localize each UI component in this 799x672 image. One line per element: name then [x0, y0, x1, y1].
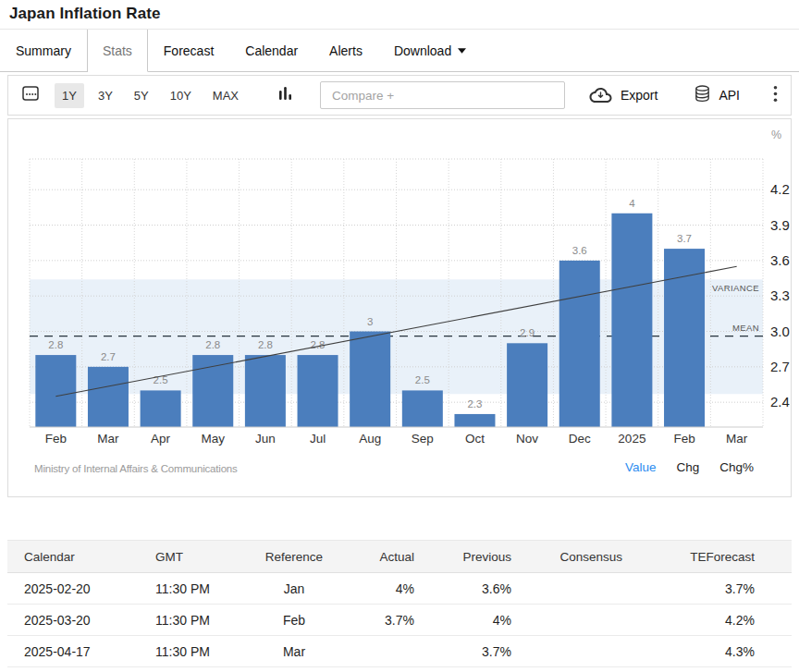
y-axis-label: 4.2	[770, 181, 790, 197]
table-cell	[340, 636, 424, 667]
x-axis-label: Mar	[97, 432, 119, 446]
bar-value-label: 2.7	[101, 351, 116, 362]
tab-alerts[interactable]: Alerts	[313, 30, 378, 71]
chart-bar-mar[interactable]	[88, 367, 129, 427]
x-axis-label: Aug	[359, 432, 381, 446]
tab-forecast[interactable]: Forecast	[148, 30, 229, 71]
chart-bar-jul[interactable]	[298, 355, 338, 427]
table-cell: 3.7%	[424, 636, 521, 667]
tab-calendar[interactable]: Calendar	[229, 30, 313, 71]
series-link-chgpct[interactable]: Chg%	[719, 460, 754, 474]
chevron-down-icon	[458, 48, 466, 54]
tab-stats[interactable]: Stats	[88, 30, 148, 72]
bar-chart-icon	[278, 85, 292, 105]
bar-value-label: 2.5	[415, 374, 430, 385]
api-button[interactable]: API	[695, 85, 740, 105]
chart-bar-oct[interactable]	[454, 414, 495, 427]
bar-value-label: 2.8	[48, 339, 63, 350]
mean-label: MEAN	[732, 323, 759, 333]
table-cell: 3.6%	[424, 573, 521, 605]
chart-bar-feb[interactable]	[664, 249, 705, 427]
chart-bar-sep[interactable]	[402, 390, 443, 427]
chart-bar-nov[interactable]	[507, 343, 547, 427]
tab-download[interactable]: Download	[378, 30, 482, 71]
table-cell	[521, 573, 632, 605]
bar-value-label: 2.8	[205, 339, 220, 350]
table-cell: 4.3%	[632, 636, 792, 667]
series-link-chg[interactable]: Chg	[676, 460, 699, 474]
table-cell: 3.7%	[340, 605, 424, 636]
column-header-teforecast: TEForecast	[632, 541, 792, 573]
export-button[interactable]: Export	[589, 86, 658, 105]
tab-label: Forecast	[164, 43, 214, 58]
date-range-button[interactable]	[21, 84, 40, 106]
table-cell: 11:30 PM	[146, 636, 248, 667]
bar-value-label: 4	[629, 198, 635, 209]
range-button-10y[interactable]: 10Y	[163, 83, 199, 108]
chart-source: Ministry of Internal Affairs & Communica…	[34, 463, 238, 474]
page-title: Japan Inflation Rate	[9, 5, 790, 23]
x-axis-label: Dec	[569, 432, 591, 446]
table-row: 2025-04-1711:30 PMMar3.7%4.3%	[7, 636, 792, 667]
chart-bar-jun[interactable]	[245, 355, 286, 427]
tab-label: Calendar	[245, 43, 298, 58]
table-row: 2025-03-2011:30 PMFeb3.7%4%4.2%	[7, 605, 792, 636]
page-header: Japan Inflation Rate	[0, 0, 799, 30]
column-header-consensus: Consensus	[521, 541, 632, 573]
y-axis-label: 3.0	[770, 324, 790, 339]
table-row: 2025-02-2011:30 PMJan4%3.6%3.7%	[7, 573, 792, 605]
chart-type-button[interactable]	[278, 85, 292, 105]
range-button-5y[interactable]: 5Y	[127, 83, 156, 108]
table-cell: 2025-03-20	[7, 605, 146, 636]
table-cell	[521, 636, 632, 667]
calendar-table: CalendarGMTReferenceActualPreviousConsen…	[7, 540, 792, 667]
range-button-3y[interactable]: 3Y	[91, 83, 120, 108]
overflow-menu-button[interactable]	[773, 85, 778, 106]
tab-bar: Summary Stats Forecast Calendar Alerts D…	[0, 30, 799, 72]
bar-value-label: 2.8	[258, 339, 273, 350]
range-button-1y[interactable]: 1Y	[55, 83, 84, 108]
y-axis-label: 2.7	[770, 359, 790, 374]
database-icon	[695, 85, 710, 105]
range-button-max[interactable]: MAX	[205, 83, 246, 108]
chart-bar-2025[interactable]	[611, 214, 652, 427]
tab-label: Summary	[16, 43, 71, 58]
x-axis-label: May	[201, 432, 225, 446]
table-cell: 2025-04-17	[7, 636, 146, 667]
series-link-value[interactable]: Value	[625, 460, 657, 474]
tab-summary[interactable]: Summary	[0, 30, 88, 71]
y-axis-label: 3.3	[770, 287, 790, 303]
bar-value-label: 2.9	[520, 327, 535, 338]
calendar-icon	[21, 84, 40, 106]
table-cell: 11:30 PM	[146, 573, 248, 605]
inflation-chart: 2.82.72.52.82.82.832.52.32.93.643.7FebMa…	[8, 119, 791, 450]
export-label: Export	[621, 88, 658, 103]
x-axis-label: Feb	[45, 432, 67, 446]
chart-bar-may[interactable]	[192, 355, 233, 427]
chart-card: 2.82.72.52.82.82.832.52.32.93.643.7FebMa…	[7, 118, 792, 497]
table-header: CalendarGMTReferenceActualPreviousConsen…	[7, 541, 792, 573]
table-cell: 4%	[424, 605, 521, 636]
bar-value-label: 2.3	[467, 398, 482, 409]
column-header-gmt: GMT	[146, 541, 248, 573]
x-axis-label: 2025	[618, 432, 645, 446]
column-header-previous: Previous	[424, 541, 521, 573]
chart-bar-apr[interactable]	[141, 390, 181, 427]
x-axis-label: Sep	[412, 432, 434, 446]
series-toggle-links: Value Chg Chg%	[625, 460, 754, 474]
x-axis-label: Nov	[516, 432, 538, 446]
table-cell: Feb	[248, 605, 340, 636]
table-cell: 4.2%	[632, 605, 792, 636]
cloud-download-icon	[589, 86, 612, 105]
table-cell: Mar	[248, 636, 340, 667]
variance-label: VARIANCE	[712, 283, 759, 293]
compare-input[interactable]	[320, 81, 565, 109]
chart-bar-aug[interactable]	[350, 332, 390, 427]
x-axis-label: Feb	[673, 432, 695, 446]
y-axis-label: 3.9	[770, 217, 790, 233]
unit-label: %	[771, 128, 781, 141]
chart-bar-dec[interactable]	[559, 261, 600, 427]
kebab-menu-icon	[773, 85, 778, 106]
column-header-reference: Reference	[248, 541, 340, 573]
chart-bar-feb[interactable]	[35, 355, 76, 427]
